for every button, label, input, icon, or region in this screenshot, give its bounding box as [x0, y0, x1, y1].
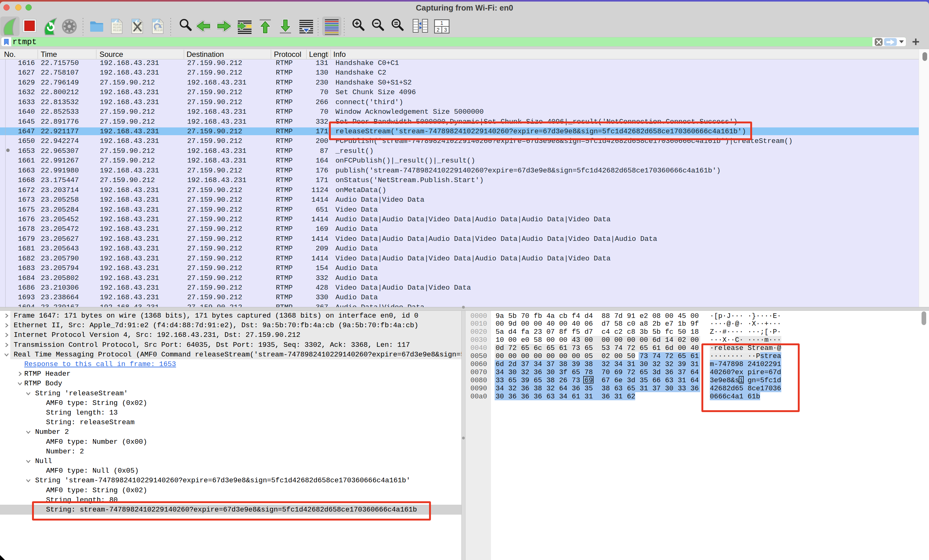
svg-text:2: 2: [437, 28, 440, 33]
svg-text:01110: 01110: [113, 29, 121, 32]
svg-text:3: 3: [444, 28, 447, 33]
svg-text:1: 1: [441, 20, 443, 26]
